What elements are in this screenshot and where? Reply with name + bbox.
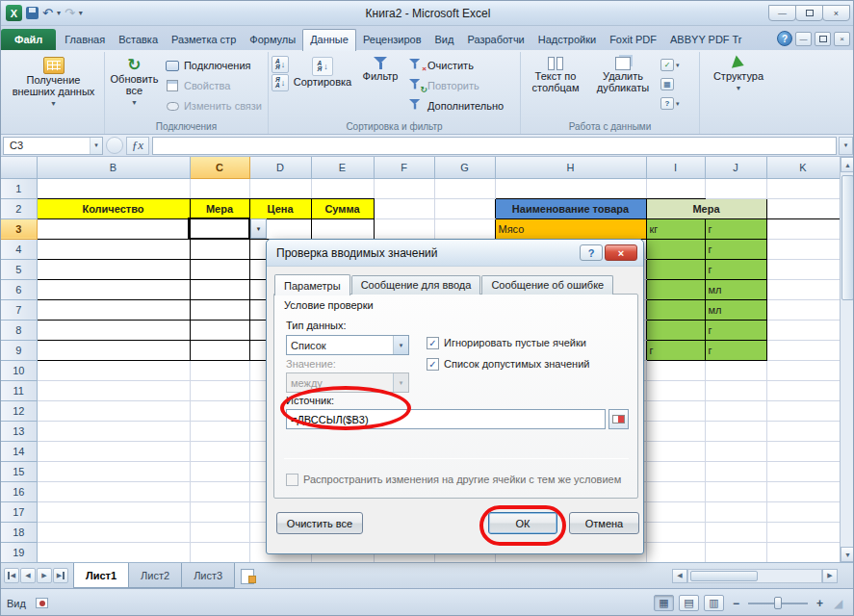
cell-K19[interactable] xyxy=(766,542,840,562)
cell-B16[interactable] xyxy=(37,481,190,501)
sort-descending-button[interactable]: ЯА ↓ xyxy=(272,74,289,91)
remove-duplicates-button[interactable]: Удалить дубликаты xyxy=(589,54,657,119)
formula-input[interactable] xyxy=(152,137,837,155)
cell-J9[interactable]: г xyxy=(705,340,766,360)
ignore-blank-checkbox[interactable]: ✓ Игнорировать пустые ячейки xyxy=(427,337,586,349)
cell-H2[interactable]: Наименование товара xyxy=(495,198,646,218)
horizontal-scrollbar[interactable]: ◀ ▶ xyxy=(672,568,838,584)
row-header-12[interactable]: 12 xyxy=(1,400,37,421)
ribbon-tab-ABBYY PDF Tr[interactable]: ABBYY PDF Tr xyxy=(663,30,748,50)
cell-B14[interactable] xyxy=(37,441,190,461)
cell-C18[interactable] xyxy=(190,522,249,542)
cell-H3[interactable]: Мясо xyxy=(495,218,646,239)
cell-B3[interactable] xyxy=(37,218,190,239)
cell-B8[interactable] xyxy=(37,320,190,340)
clear-all-button[interactable]: Очистить все xyxy=(276,512,363,534)
view-page-break-button[interactable]: ▥ xyxy=(704,595,724,611)
connections-button[interactable]: Подключения xyxy=(163,56,265,75)
cell-J16[interactable] xyxy=(705,481,766,501)
cell-I5[interactable] xyxy=(646,259,705,279)
tabbar-resize-grip[interactable] xyxy=(840,569,853,582)
row-header-7[interactable]: 7 xyxy=(1,299,37,320)
cell-K10[interactable] xyxy=(766,360,840,380)
cell-B1[interactable] xyxy=(37,178,190,198)
row-header-3[interactable]: 3 xyxy=(1,218,37,239)
cell-B11[interactable] xyxy=(37,380,190,400)
ribbon-tab-Надстройки[interactable]: Надстройки xyxy=(531,30,603,50)
select-all-corner[interactable] xyxy=(1,157,37,178)
dialog-tab-Сообщение об ошибке[interactable]: Сообщение об ошибке xyxy=(481,275,613,295)
cell-K15[interactable] xyxy=(766,461,840,481)
cell-C12[interactable] xyxy=(190,400,249,421)
row-header-8[interactable]: 8 xyxy=(1,320,37,340)
ribbon-tab-Foxit PDF[interactable]: Foxit PDF xyxy=(603,30,663,50)
name-box-dropdown-icon[interactable]: ▾ xyxy=(90,138,102,154)
col-header-K[interactable]: K xyxy=(766,157,840,178)
workbook-minimize-button[interactable]: — xyxy=(795,32,812,46)
col-header-F[interactable]: F xyxy=(374,157,434,178)
cell-I9[interactable]: г xyxy=(646,340,705,360)
cell-H1[interactable] xyxy=(495,178,646,198)
cell-K13[interactable] xyxy=(766,421,840,441)
cell-J14[interactable] xyxy=(705,441,766,461)
cell-J4[interactable]: г xyxy=(705,239,766,259)
cell-C11[interactable] xyxy=(190,380,249,400)
cell-B7[interactable] xyxy=(37,299,190,320)
reapply-filter-button[interactable]: ↻ Повторить xyxy=(406,76,506,95)
col-header-I[interactable]: I xyxy=(646,157,705,178)
cell-C4[interactable] xyxy=(190,239,249,259)
cell-F2[interactable] xyxy=(374,198,434,218)
cell-K8[interactable] xyxy=(766,320,840,340)
insert-worksheet-button[interactable] xyxy=(238,567,259,584)
sort-button[interactable]: АЯ ↓ Сортировка xyxy=(291,54,354,119)
cell-B6[interactable] xyxy=(37,279,190,299)
row-header-15[interactable]: 15 xyxy=(1,461,37,481)
cell-I13[interactable] xyxy=(646,421,705,441)
sheet-tab-Лист3[interactable]: Лист3 xyxy=(181,563,235,588)
cell-J11[interactable] xyxy=(705,380,766,400)
row-header-1[interactable]: 1 xyxy=(1,178,37,198)
cell-I7[interactable] xyxy=(646,299,705,320)
cell-I8[interactable] xyxy=(646,320,705,340)
qat-customize-icon[interactable]: ▾ xyxy=(79,9,83,17)
next-sheet-button[interactable]: ▶ xyxy=(37,568,52,583)
minimize-button[interactable]: — xyxy=(768,5,796,21)
cell-G2[interactable] xyxy=(434,198,495,218)
ribbon-tab-Главная[interactable]: Главная xyxy=(58,30,112,50)
dialog-title-bar[interactable]: Проверка вводимых значений ? × xyxy=(267,240,643,267)
vertical-scrollbar[interactable]: ▲ ▼ xyxy=(840,157,854,562)
what-if-analysis-button[interactable]: ? ▾ xyxy=(659,94,682,113)
cell-I19[interactable] xyxy=(646,542,705,562)
last-sheet-button[interactable]: ▶ xyxy=(53,568,68,583)
cell-J5[interactable]: г xyxy=(705,259,766,279)
redo-icon[interactable]: ↷ xyxy=(65,7,75,19)
cell-J12[interactable] xyxy=(705,400,766,421)
cell-B2[interactable]: Количество xyxy=(37,198,190,218)
cell-K11[interactable] xyxy=(766,380,840,400)
text-to-columns-button[interactable]: Текст по столбцам xyxy=(524,54,587,119)
ribbon-tab-Разметка стр[interactable]: Разметка стр xyxy=(165,30,243,50)
cell-J3[interactable]: г xyxy=(705,218,766,239)
window-resize-grip[interactable]: ◢ xyxy=(834,597,847,610)
cell-J7[interactable]: мл xyxy=(705,299,766,320)
cell-I11[interactable] xyxy=(646,380,705,400)
row-header-9[interactable]: 9 xyxy=(1,340,37,360)
clear-filter-button[interactable]: × Очистить xyxy=(406,56,506,75)
advanced-filter-button[interactable]: Дополнительно xyxy=(406,96,506,116)
row-header-2[interactable]: 2 xyxy=(1,198,37,218)
cell-B18[interactable] xyxy=(37,522,190,542)
cell-G1[interactable] xyxy=(434,178,495,198)
cell-B13[interactable] xyxy=(37,421,190,441)
properties-button[interactable]: Свойства xyxy=(163,76,265,95)
row-header-4[interactable]: 4 xyxy=(1,239,37,259)
cell-B12[interactable] xyxy=(37,400,190,421)
save-icon[interactable] xyxy=(26,7,39,19)
cell-C1[interactable] xyxy=(190,178,249,198)
cell-D1[interactable] xyxy=(249,178,311,198)
zoom-slider[interactable] xyxy=(748,596,808,610)
scroll-left-button[interactable]: ◀ xyxy=(672,569,687,583)
cell-K14[interactable] xyxy=(766,441,840,461)
cell-B4[interactable] xyxy=(37,239,190,259)
ribbon-tab-Вставка[interactable]: Вставка xyxy=(112,30,165,50)
restore-button[interactable] xyxy=(795,5,823,21)
